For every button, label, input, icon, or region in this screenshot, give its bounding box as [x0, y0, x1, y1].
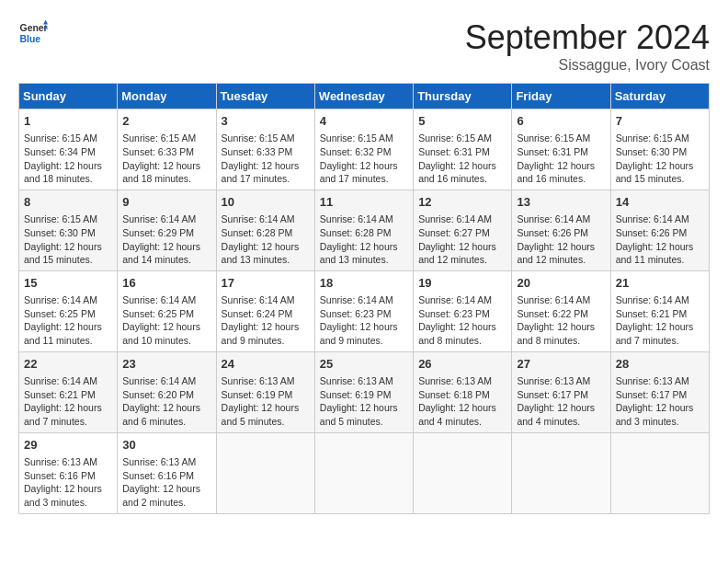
col-monday: Monday	[118, 84, 216, 109]
day-number: 14	[616, 194, 704, 211]
day-info: Sunrise: 6:15 AM Sunset: 6:31 PM Dayligh…	[517, 132, 605, 186]
day-number: 1	[24, 113, 112, 130]
day-info: Sunrise: 6:14 AM Sunset: 6:28 PM Dayligh…	[320, 213, 408, 267]
day-number: 11	[320, 194, 408, 211]
day-info: Sunrise: 6:14 AM Sunset: 6:21 PM Dayligh…	[24, 374, 112, 429]
table-row: 6Sunrise: 6:15 AM Sunset: 6:31 PM Daylig…	[512, 109, 610, 190]
month-year-title: September 2024	[465, 18, 710, 57]
day-info: Sunrise: 6:15 AM Sunset: 6:30 PM Dayligh…	[24, 213, 112, 267]
day-number: 10	[222, 194, 310, 211]
calendar-header-row: Sunday Monday Tuesday Wednesday Thursday…	[19, 84, 710, 109]
table-row: 9Sunrise: 6:14 AM Sunset: 6:29 PM Daylig…	[118, 190, 216, 270]
day-number: 28	[616, 356, 704, 373]
col-saturday: Saturday	[610, 84, 709, 109]
table-row: 2Sunrise: 6:15 AM Sunset: 6:33 PM Daylig…	[118, 109, 216, 190]
table-row: 15Sunrise: 6:14 AM Sunset: 6:25 PM Dayli…	[19, 270, 118, 351]
page-header: General Blue September 2024 Sissaggue, I…	[18, 18, 710, 74]
day-info: Sunrise: 6:14 AM Sunset: 6:23 PM Dayligh…	[418, 293, 506, 348]
day-info: Sunrise: 6:14 AM Sunset: 6:25 PM Dayligh…	[24, 293, 112, 348]
day-info: Sunrise: 6:13 AM Sunset: 6:16 PM Dayligh…	[122, 455, 210, 510]
day-number: 16	[122, 275, 210, 292]
day-number: 6	[517, 113, 605, 130]
col-sunday: Sunday	[19, 84, 118, 109]
day-number: 12	[418, 194, 506, 211]
day-number: 2	[122, 113, 210, 130]
day-info: Sunrise: 6:13 AM Sunset: 6:18 PM Dayligh…	[418, 374, 506, 429]
calendar-week-row: 8Sunrise: 6:15 AM Sunset: 6:30 PM Daylig…	[19, 190, 710, 270]
calendar-week-row: 1Sunrise: 6:15 AM Sunset: 6:34 PM Daylig…	[19, 109, 710, 190]
day-number: 13	[517, 194, 605, 211]
day-info: Sunrise: 6:14 AM Sunset: 6:26 PM Dayligh…	[517, 213, 605, 267]
table-row: 7Sunrise: 6:15 AM Sunset: 6:30 PM Daylig…	[610, 109, 709, 190]
day-info: Sunrise: 6:14 AM Sunset: 6:21 PM Dayligh…	[616, 293, 704, 348]
day-info: Sunrise: 6:13 AM Sunset: 6:17 PM Dayligh…	[517, 374, 605, 429]
day-number: 30	[122, 437, 210, 454]
day-number: 3	[222, 113, 310, 130]
table-row: 14Sunrise: 6:14 AM Sunset: 6:26 PM Dayli…	[610, 190, 709, 270]
day-number: 4	[320, 113, 408, 130]
day-number: 27	[517, 356, 605, 373]
table-row: 4Sunrise: 6:15 AM Sunset: 6:32 PM Daylig…	[314, 109, 413, 190]
day-info: Sunrise: 6:14 AM Sunset: 6:26 PM Dayligh…	[616, 213, 704, 267]
day-info: Sunrise: 6:13 AM Sunset: 6:16 PM Dayligh…	[24, 455, 112, 510]
table-row: 26Sunrise: 6:13 AM Sunset: 6:18 PM Dayli…	[414, 351, 512, 432]
day-number: 18	[320, 275, 408, 292]
day-number: 7	[616, 113, 704, 130]
table-row: 21Sunrise: 6:14 AM Sunset: 6:21 PM Dayli…	[610, 270, 709, 351]
day-info: Sunrise: 6:14 AM Sunset: 6:20 PM Dayligh…	[122, 374, 210, 429]
table-row: 13Sunrise: 6:14 AM Sunset: 6:26 PM Dayli…	[512, 190, 610, 270]
table-row: 10Sunrise: 6:14 AM Sunset: 6:28 PM Dayli…	[216, 190, 314, 270]
table-row: 22Sunrise: 6:14 AM Sunset: 6:21 PM Dayli…	[19, 351, 118, 432]
day-info: Sunrise: 6:15 AM Sunset: 6:33 PM Dayligh…	[122, 132, 210, 186]
table-row	[512, 432, 610, 513]
table-row	[610, 432, 709, 513]
col-wednesday: Wednesday	[314, 84, 413, 109]
table-row: 16Sunrise: 6:14 AM Sunset: 6:25 PM Dayli…	[118, 270, 216, 351]
day-info: Sunrise: 6:15 AM Sunset: 6:30 PM Dayligh…	[616, 132, 704, 186]
day-number: 24	[222, 356, 310, 373]
table-row: 20Sunrise: 6:14 AM Sunset: 6:22 PM Dayli…	[512, 270, 610, 351]
svg-marker-2	[43, 20, 48, 25]
table-row: 5Sunrise: 6:15 AM Sunset: 6:31 PM Daylig…	[414, 109, 512, 190]
day-info: Sunrise: 6:15 AM Sunset: 6:33 PM Dayligh…	[222, 132, 310, 186]
location-subtitle: Sissaggue, Ivory Coast	[465, 57, 710, 74]
calendar-week-row: 29Sunrise: 6:13 AM Sunset: 6:16 PM Dayli…	[19, 432, 710, 513]
day-number: 26	[418, 356, 506, 373]
day-info: Sunrise: 6:14 AM Sunset: 6:29 PM Dayligh…	[122, 213, 210, 267]
table-row: 24Sunrise: 6:13 AM Sunset: 6:19 PM Dayli…	[216, 351, 314, 432]
table-row	[414, 432, 512, 513]
day-info: Sunrise: 6:13 AM Sunset: 6:19 PM Dayligh…	[222, 374, 310, 429]
logo: General Blue	[18, 18, 48, 48]
table-row: 8Sunrise: 6:15 AM Sunset: 6:30 PM Daylig…	[19, 190, 118, 270]
calendar-week-row: 22Sunrise: 6:14 AM Sunset: 6:21 PM Dayli…	[19, 351, 710, 432]
day-number: 25	[320, 356, 408, 373]
day-number: 29	[24, 437, 112, 454]
table-row: 28Sunrise: 6:13 AM Sunset: 6:17 PM Dayli…	[610, 351, 709, 432]
calendar-table: Sunday Monday Tuesday Wednesday Thursday…	[18, 83, 710, 514]
table-row: 1Sunrise: 6:15 AM Sunset: 6:34 PM Daylig…	[19, 109, 118, 190]
day-number: 5	[418, 113, 506, 130]
day-info: Sunrise: 6:13 AM Sunset: 6:17 PM Dayligh…	[616, 374, 704, 429]
day-number: 20	[517, 275, 605, 292]
day-number: 23	[122, 356, 210, 373]
table-row: 29Sunrise: 6:13 AM Sunset: 6:16 PM Dayli…	[19, 432, 118, 513]
col-tuesday: Tuesday	[216, 84, 314, 109]
calendar-week-row: 15Sunrise: 6:14 AM Sunset: 6:25 PM Dayli…	[19, 270, 710, 351]
table-row: 25Sunrise: 6:13 AM Sunset: 6:19 PM Dayli…	[314, 351, 413, 432]
day-info: Sunrise: 6:15 AM Sunset: 6:31 PM Dayligh…	[418, 132, 506, 186]
day-info: Sunrise: 6:14 AM Sunset: 6:25 PM Dayligh…	[122, 293, 210, 348]
day-info: Sunrise: 6:14 AM Sunset: 6:28 PM Dayligh…	[222, 213, 310, 267]
day-info: Sunrise: 6:14 AM Sunset: 6:22 PM Dayligh…	[517, 293, 605, 348]
day-number: 15	[24, 275, 112, 292]
table-row: 17Sunrise: 6:14 AM Sunset: 6:24 PM Dayli…	[216, 270, 314, 351]
table-row: 11Sunrise: 6:14 AM Sunset: 6:28 PM Dayli…	[314, 190, 413, 270]
day-number: 8	[24, 194, 112, 211]
day-info: Sunrise: 6:15 AM Sunset: 6:34 PM Dayligh…	[24, 132, 112, 186]
day-info: Sunrise: 6:13 AM Sunset: 6:19 PM Dayligh…	[320, 374, 408, 429]
day-info: Sunrise: 6:15 AM Sunset: 6:32 PM Dayligh…	[320, 132, 408, 186]
day-number: 9	[122, 194, 210, 211]
col-friday: Friday	[512, 84, 610, 109]
table-row	[216, 432, 314, 513]
day-info: Sunrise: 6:14 AM Sunset: 6:27 PM Dayligh…	[418, 213, 506, 267]
table-row: 3Sunrise: 6:15 AM Sunset: 6:33 PM Daylig…	[216, 109, 314, 190]
